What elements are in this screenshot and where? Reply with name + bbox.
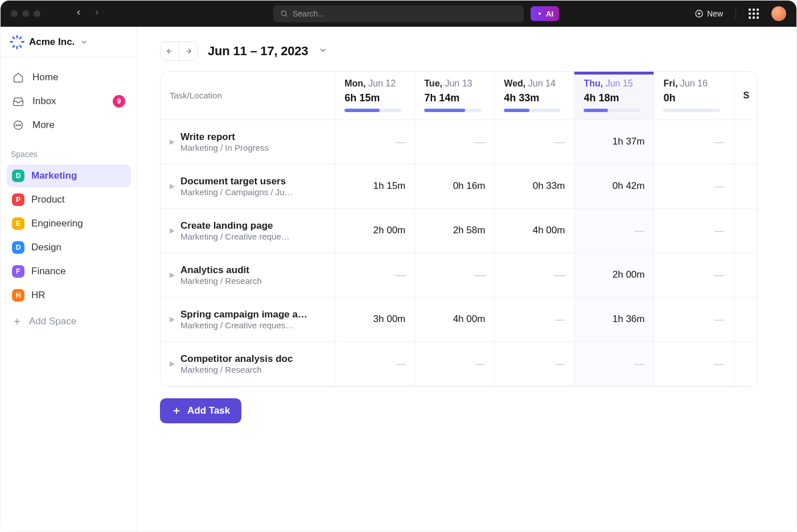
cell-value[interactable]: 4h 00m xyxy=(424,314,485,325)
cell-empty[interactable]: — xyxy=(663,136,724,148)
day-header[interactable]: Mon, Jun 126h 15m xyxy=(335,72,415,119)
task-path: Marketing / Campaigns / Ju… xyxy=(180,187,293,197)
nav-home[interactable]: Home xyxy=(6,65,131,89)
cell-empty[interactable]: — xyxy=(344,136,405,148)
nav-inbox[interactable]: Inbox 9 xyxy=(6,89,131,113)
day-total: 0h xyxy=(663,92,724,104)
plus-icon xyxy=(171,406,182,416)
timesheet-table: Task/LocationMon, Jun 126h 15mTue, Jun 1… xyxy=(160,71,758,387)
cell-empty[interactable]: — xyxy=(663,225,724,237)
cell-empty[interactable]: — xyxy=(424,358,485,370)
task-row[interactable]: ▶Document target usersMarketing / Campai… xyxy=(161,164,757,208)
date-range-title: Jun 11 – 17, 2023 xyxy=(208,44,308,59)
day-header[interactable]: Tue, Jun 137h 14m xyxy=(415,72,495,119)
space-item-finance[interactable]: FFinance xyxy=(6,260,131,283)
window-controls[interactable] xyxy=(11,10,40,17)
cell-value[interactable]: 1h 36m xyxy=(584,314,644,325)
plus-circle-icon xyxy=(695,9,704,18)
cell-empty[interactable]: — xyxy=(584,225,644,237)
cell-empty[interactable]: — xyxy=(344,358,405,370)
search-placeholder: Search... xyxy=(293,9,324,18)
date-nav xyxy=(160,42,198,61)
prev-week-button[interactable] xyxy=(161,42,179,60)
task-title: Document target users xyxy=(180,176,293,187)
day-header[interactable]: S xyxy=(734,72,757,119)
cell-value[interactable]: 1h 37m xyxy=(584,136,644,147)
space-item-marketing[interactable]: DMarketing xyxy=(6,164,131,187)
expand-caret-icon[interactable]: ▶ xyxy=(170,138,175,146)
task-path: Marketing / In Progress xyxy=(180,143,269,152)
today-indicator xyxy=(574,72,654,75)
task-row[interactable]: ▶Write reportMarketing / In Progress———1… xyxy=(161,119,757,164)
cell-empty[interactable]: — xyxy=(344,269,405,281)
window-titlebar: Search... AI New xyxy=(1,1,796,27)
workspace-switcher[interactable]: Acme Inc. xyxy=(1,27,137,57)
space-icon: D xyxy=(12,241,24,254)
space-item-product[interactable]: PProduct xyxy=(6,188,131,211)
cell-empty[interactable]: — xyxy=(504,269,565,281)
chevron-down-icon xyxy=(80,38,88,46)
cell-empty[interactable]: — xyxy=(663,358,724,370)
new-button[interactable]: New xyxy=(695,9,723,18)
cell-value[interactable]: 2h 00m xyxy=(344,225,405,236)
cell-empty[interactable]: — xyxy=(663,314,724,325)
add-space-button[interactable]: Add Space xyxy=(6,310,131,333)
task-title: Competitor analysis doc xyxy=(180,353,293,365)
cell-empty[interactable]: — xyxy=(584,358,644,370)
expand-caret-icon[interactable]: ▶ xyxy=(170,182,175,190)
inbox-badge: 9 xyxy=(113,95,125,108)
space-item-engineering[interactable]: EEngineering xyxy=(6,212,131,235)
cell-empty[interactable]: — xyxy=(504,358,565,370)
expand-caret-icon[interactable]: ▶ xyxy=(170,271,175,279)
day-header[interactable]: Wed, Jun 144h 33m xyxy=(495,72,574,119)
task-column-header: Task/Location xyxy=(170,90,326,100)
cell-value[interactable]: 2h 00m xyxy=(584,269,644,281)
date-range-dropdown[interactable] xyxy=(318,46,327,57)
cell-value[interactable]: 0h 33m xyxy=(504,180,565,192)
next-week-button[interactable] xyxy=(179,42,197,60)
nav-back-button[interactable] xyxy=(75,9,83,19)
space-label: Marketing xyxy=(31,170,77,182)
cell-empty[interactable]: — xyxy=(663,180,724,192)
cell-value[interactable]: 1h 15m xyxy=(344,180,405,192)
space-label: Design xyxy=(31,242,61,253)
cell-value[interactable]: 0h 16m xyxy=(424,180,485,192)
day-progress xyxy=(504,109,561,112)
task-path: Marketing / Creative reques… xyxy=(180,320,307,330)
spaces-heading: Spaces xyxy=(1,141,137,163)
expand-caret-icon[interactable]: ▶ xyxy=(170,360,175,368)
user-avatar[interactable] xyxy=(771,6,786,21)
space-label: HR xyxy=(31,290,46,301)
inbox-icon xyxy=(12,95,24,108)
add-task-button[interactable]: Add Task xyxy=(160,398,241,423)
search-input[interactable]: Search... xyxy=(273,5,524,22)
cell-value[interactable]: 3h 00m xyxy=(344,314,405,325)
cell-value[interactable]: 0h 42m xyxy=(584,180,644,192)
nav-more[interactable]: More xyxy=(6,113,131,137)
task-row[interactable]: ▶Competitor analysis docMarketing / Rese… xyxy=(161,341,757,386)
space-item-hr[interactable]: HHR xyxy=(6,284,131,307)
apps-icon[interactable] xyxy=(749,9,759,19)
space-item-design[interactable]: DDesign xyxy=(6,236,131,259)
task-path: Marketing / Creative reque… xyxy=(180,232,290,241)
cell-value[interactable]: 4h 00m xyxy=(504,225,565,236)
task-path: Marketing / Research xyxy=(180,276,262,286)
cell-empty[interactable]: — xyxy=(663,269,724,281)
task-row[interactable]: ▶Analytics auditMarketing / Research———2… xyxy=(161,253,757,297)
task-row[interactable]: ▶Create landing pageMarketing / Creative… xyxy=(161,208,757,253)
ai-button[interactable]: AI xyxy=(531,6,559,21)
expand-caret-icon[interactable]: ▶ xyxy=(170,226,175,234)
cell-value[interactable]: 2h 58m xyxy=(424,225,485,236)
cell-empty[interactable]: — xyxy=(424,136,485,148)
cell-empty[interactable]: — xyxy=(504,314,565,325)
nav-forward-button[interactable] xyxy=(93,9,101,19)
day-header[interactable]: Fri, Jun 160h xyxy=(654,72,734,119)
space-label: Engineering xyxy=(31,218,83,229)
cell-empty[interactable]: — xyxy=(424,269,485,281)
task-row[interactable]: ▶Spring campaign image a…Marketing / Cre… xyxy=(161,297,757,341)
day-progress xyxy=(424,109,481,112)
expand-caret-icon[interactable]: ▶ xyxy=(170,315,175,323)
workspace-logo-icon xyxy=(11,36,23,48)
day-header[interactable]: Thu, Jun 154h 18m xyxy=(574,72,654,119)
cell-empty[interactable]: — xyxy=(504,136,565,148)
